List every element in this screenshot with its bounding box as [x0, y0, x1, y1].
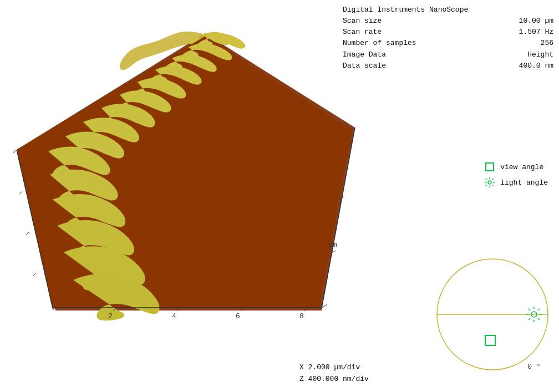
info-value-4: 400.0 nm: [498, 60, 553, 72]
info-label-4: Data scale: [343, 60, 431, 72]
svg-text:6: 6: [236, 312, 240, 320]
svg-text:2: 2: [108, 312, 113, 320]
info-row-2: Number of samples256: [343, 38, 553, 49]
info-value-3: Height: [498, 49, 553, 60]
svg-line-44: [528, 318, 530, 320]
view-angle-icon: [484, 161, 496, 173]
legend-panel: view angle light angle: [484, 161, 548, 192]
svg-rect-24: [486, 163, 494, 171]
svg-line-42: [538, 318, 540, 320]
legend-view-angle: view angle: [484, 161, 548, 173]
info-label-0: Scan size: [343, 16, 431, 27]
svg-line-31: [492, 185, 494, 186]
svg-text:4: 4: [172, 312, 176, 320]
z-scale: Z 400.000 nm/div: [299, 374, 369, 385]
svg-text:µm: µm: [328, 241, 337, 249]
svg-rect-45: [485, 335, 495, 345]
light-angle-label: light angle: [500, 179, 548, 187]
info-row-4: Data scale400.0 nm: [343, 60, 553, 72]
x-scale: X 2.000 µm/div: [299, 362, 369, 374]
view-angle-label: view angle: [500, 163, 543, 171]
svg-text:8: 8: [299, 312, 304, 320]
info-panel: Digital Instruments NanoScope Scan size1…: [343, 4, 553, 72]
info-title: Digital Instruments NanoScope: [343, 4, 468, 16]
legend-light-angle: light angle: [484, 176, 548, 189]
svg-line-33: [486, 185, 487, 186]
info-row-3: Image DataHeight: [343, 49, 553, 60]
info-label-3: Image Data: [343, 49, 431, 60]
light-angle-icon: [484, 176, 496, 189]
svg-text:0 °: 0 °: [527, 363, 540, 371]
svg-line-43: [538, 309, 540, 310]
info-row-1: Scan rate1.507 Hz: [343, 27, 553, 38]
svg-line-30: [486, 179, 487, 180]
angle-circle-svg: 0 °: [431, 253, 553, 375]
svg-line-41: [528, 309, 530, 310]
main-container: 2 4 6 8 µm Digital Instruments NanoScope…: [0, 0, 559, 392]
info-value-1: 1.507 Hz: [498, 27, 553, 38]
info-row-0: Scan size10.00 µm: [343, 16, 553, 27]
info-label-1: Scan rate: [343, 27, 431, 38]
info-title-row: Digital Instruments NanoScope: [343, 4, 553, 16]
info-value-0: 10.00 µm: [498, 16, 553, 27]
info-value-2: 256: [498, 38, 553, 49]
scale-info: X 2.000 µm/div Z 400.000 nm/div: [299, 362, 369, 385]
angle-circle-container: 0 °: [431, 253, 553, 375]
info-label-2: Number of samples: [343, 38, 431, 49]
svg-point-25: [488, 181, 491, 184]
svg-line-32: [492, 179, 494, 180]
